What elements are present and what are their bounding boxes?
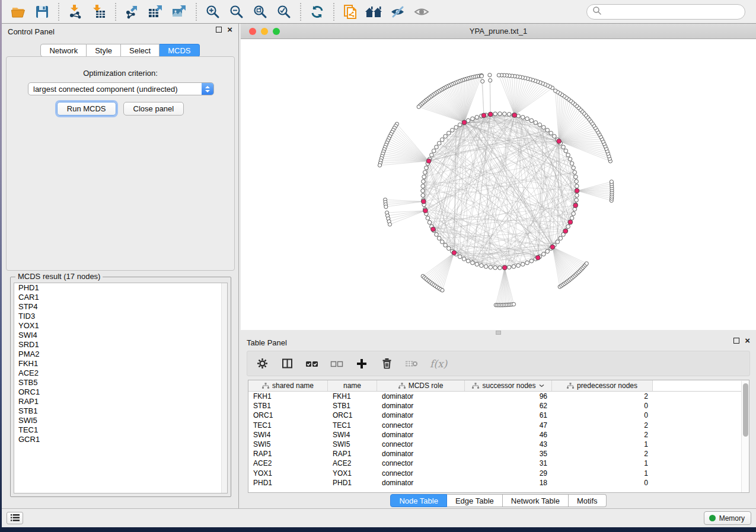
graph-node[interactable] [549,131,553,135]
mcds-result-item[interactable]: ORC1 [14,387,227,397]
graph-leaf-node[interactable] [610,180,613,184]
graph-node[interactable] [556,240,560,244]
result-list-scrollbar[interactable] [221,283,227,493]
select-all-icon[interactable] [305,357,318,370]
graph-node[interactable] [493,266,497,270]
graph-leaf-node[interactable] [554,89,557,92]
graph-dominator-node[interactable] [568,220,573,225]
graph-dominator-node[interactable] [423,209,428,213]
column-settings-icon[interactable] [256,357,269,370]
graph-node[interactable] [454,126,458,130]
export-table-icon[interactable] [146,2,166,21]
graph-node[interactable] [542,252,546,257]
graph-node[interactable] [430,153,434,157]
graph-leaf-node[interactable] [488,73,492,77]
table-scrollbar-thumb[interactable] [743,383,748,437]
graph-leaf-node[interactable] [378,164,381,167]
mcds-result-item[interactable]: SRD1 [14,340,227,350]
graph-node[interactable] [437,236,441,241]
close-panel-icon[interactable]: × [745,338,750,344]
graph-leaf-node[interactable] [512,303,515,306]
mcds-result-item[interactable]: STP4 [14,302,227,312]
graph-dominator-node[interactable] [563,229,568,233]
mcds-result-item[interactable]: YOX1 [14,321,227,331]
run-mcds-button[interactable]: Run MCDS [57,102,116,116]
graph-node[interactable] [421,184,425,188]
function-builder-icon[interactable]: f(x) [430,357,447,370]
tab-mcds[interactable]: MCDS [160,44,199,57]
graph-node[interactable] [426,216,430,220]
window-maximize-icon[interactable] [273,28,280,35]
network-canvas[interactable] [241,39,756,330]
mcds-result-item[interactable]: PMA2 [14,350,227,359]
float-panel-icon[interactable] [216,27,222,33]
mcds-result-item[interactable]: PHD1 [14,283,227,293]
network-graph[interactable] [241,39,756,330]
graph-node[interactable] [423,171,428,175]
graph-node[interactable] [471,117,475,121]
table-tab-network-table[interactable]: Network Table [503,494,569,507]
graph-node[interactable] [525,117,529,121]
column-header-successor-nodes[interactable]: successor nodes [465,380,552,391]
graph-dominator-node[interactable] [575,188,579,193]
table-row[interactable]: PHD1PHD1dominator180 [248,478,749,488]
graph-node[interactable] [458,123,462,127]
export-network-icon[interactable] [122,2,142,21]
graph-node[interactable] [566,153,570,157]
table-row[interactable]: RAP1RAP1dominator352 [248,449,749,459]
horizontal-splitter-handle[interactable] [496,331,501,335]
graph-node[interactable] [437,142,441,146]
graph-node[interactable] [435,145,439,149]
show-all-icon[interactable] [412,2,432,21]
deselect-all-icon[interactable] [330,357,343,370]
graph-leaf-node[interactable] [497,73,500,77]
first-neighbors-icon[interactable] [364,2,384,21]
graph-node[interactable] [566,225,570,229]
window-close-icon[interactable] [249,28,256,35]
graph-node[interactable] [444,243,448,248]
graph-node[interactable] [498,266,502,270]
column-header-name[interactable]: name [328,380,377,391]
network-window-titlebar[interactable]: YPA_prune.txt_1 [241,24,756,39]
hide-selected-icon[interactable] [388,2,408,21]
close-panel-button[interactable]: Close panel [123,102,184,116]
graph-leaf-node[interactable] [585,262,588,265]
memory-button[interactable]: Memory [704,511,751,525]
table-row[interactable]: SWI5SWI5connector431 [248,440,749,449]
graph-dominator-node[interactable] [502,265,507,270]
graph-dominator-node[interactable] [431,227,436,232]
graph-node[interactable] [525,261,529,265]
float-panel-icon[interactable] [733,338,739,344]
column-header-shared-name[interactable]: shared name [248,380,328,391]
graph-node[interactable] [466,259,470,263]
mcds-result-item[interactable]: CAR1 [14,293,227,302]
mcds-result-item[interactable]: FKH1 [14,359,227,368]
graph-node[interactable] [503,112,507,116]
graph-node[interactable] [444,134,448,139]
mcds-result-item[interactable]: STB5 [14,378,227,387]
graph-node[interactable] [521,262,525,267]
zoom-out-icon[interactable] [227,2,247,21]
graph-node[interactable] [546,128,550,132]
add-row-icon[interactable] [355,357,368,370]
graph-node[interactable] [440,240,444,244]
delete-table-icon[interactable] [405,357,418,370]
zoom-fit-icon[interactable] [250,2,270,21]
graph-node[interactable] [575,198,579,202]
graph-node[interactable] [432,149,436,153]
mcds-result-item[interactable]: ACE2 [14,368,227,378]
export-image-icon[interactable] [170,2,190,21]
graph-node[interactable] [466,118,470,123]
table-row[interactable]: YOX1YOX1connector291 [248,469,749,478]
graph-node[interactable] [421,189,425,193]
graph-leaf-node[interactable] [480,74,483,78]
graph-leaf-node[interactable] [388,223,391,226]
column-header-MCDS-role[interactable]: MCDS role [377,380,465,391]
graph-dominator-node[interactable] [535,255,540,260]
horizontal-splitter[interactable] [241,330,756,335]
table-scrollbar[interactable] [741,381,749,492]
graph-node[interactable] [451,128,455,132]
graph-node[interactable] [507,265,511,270]
mcds-result-item[interactable]: SWI5 [14,416,227,425]
tab-network[interactable]: Network [40,44,87,57]
